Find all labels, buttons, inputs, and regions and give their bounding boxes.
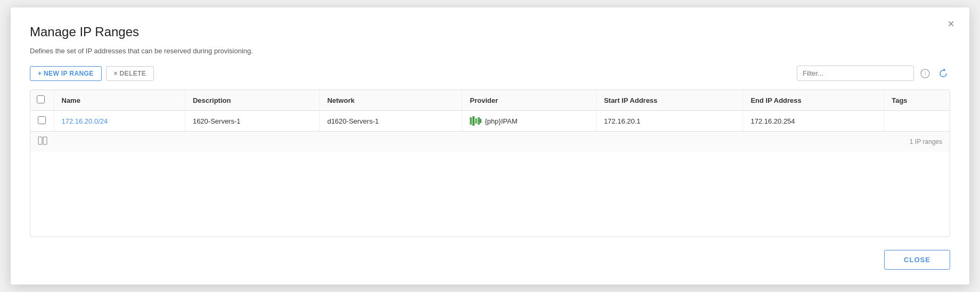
dialog-footer: CLOSE <box>30 250 950 270</box>
close-button[interactable]: CLOSE <box>884 250 950 270</box>
row-count-label: 1 IP ranges <box>910 138 942 145</box>
row-end-ip-cell: 172.16.20.254 <box>743 111 884 132</box>
row-network-cell: d1620-Servers-1 <box>320 111 462 132</box>
new-ip-range-button[interactable]: + NEW IP RANGE <box>30 66 102 81</box>
filter-input[interactable] <box>797 66 914 81</box>
provider-icon <box>470 116 481 126</box>
header-start-ip: Start IP Address <box>596 90 743 111</box>
table-row: 172.16.20.0/24 1620-Servers-1 d1620-Serv… <box>30 111 950 132</box>
row-start-ip-cell: 172.16.20.1 <box>596 111 743 132</box>
row-tags-cell <box>884 111 950 132</box>
svg-rect-5 <box>478 117 480 125</box>
dialog-title: Manage IP Ranges <box>30 25 950 39</box>
row-checkbox[interactable] <box>38 116 46 124</box>
svg-rect-4 <box>475 118 477 124</box>
row-checkbox-cell <box>30 111 54 132</box>
select-all-checkbox[interactable] <box>37 95 45 103</box>
header-provider: Provider <box>462 90 597 111</box>
manage-ip-ranges-dialog: × Manage IP Ranges Defines the set of IP… <box>11 7 969 285</box>
columns-icon[interactable] <box>38 136 47 148</box>
header-name: Name <box>54 90 185 111</box>
row-name-cell: 172.16.20.0/24 <box>54 111 185 132</box>
ip-ranges-table: Name Description Network Provider Start … <box>30 90 950 131</box>
table-header-row: Name Description Network Provider Start … <box>30 90 950 111</box>
dialog-subtitle: Defines the set of IP addresses that can… <box>30 47 950 55</box>
svg-rect-7 <box>38 137 42 144</box>
row-provider-cell: {php}IPAM <box>462 111 597 132</box>
delete-button[interactable]: × DELETE <box>106 66 154 81</box>
header-end-ip: End IP Address <box>743 90 884 111</box>
table-footer: 1 IP ranges <box>30 131 950 152</box>
svg-text:i: i <box>925 71 926 77</box>
info-icon-button[interactable]: i <box>918 68 932 79</box>
svg-rect-8 <box>43 137 47 144</box>
header-description: Description <box>185 90 320 111</box>
ip-ranges-table-wrap: Name Description Network Provider Start … <box>30 90 950 237</box>
refresh-icon-button[interactable] <box>936 68 950 79</box>
dialog-close-x-button[interactable]: × <box>948 18 954 30</box>
toolbar-left: + NEW IP RANGE × DELETE <box>30 66 154 81</box>
header-network: Network <box>320 90 462 111</box>
header-tags: Tags <box>884 90 950 111</box>
toolbar-right: i <box>797 66 950 81</box>
svg-rect-2 <box>470 117 472 125</box>
svg-rect-6 <box>480 119 481 123</box>
header-checkbox-col <box>30 90 54 111</box>
svg-rect-3 <box>472 116 475 126</box>
row-description-cell: 1620-Servers-1 <box>185 111 320 132</box>
row-provider-text: {php}IPAM <box>485 117 517 125</box>
toolbar: + NEW IP RANGE × DELETE i <box>30 66 950 81</box>
row-name-link[interactable]: 172.16.20.0/24 <box>62 117 108 125</box>
